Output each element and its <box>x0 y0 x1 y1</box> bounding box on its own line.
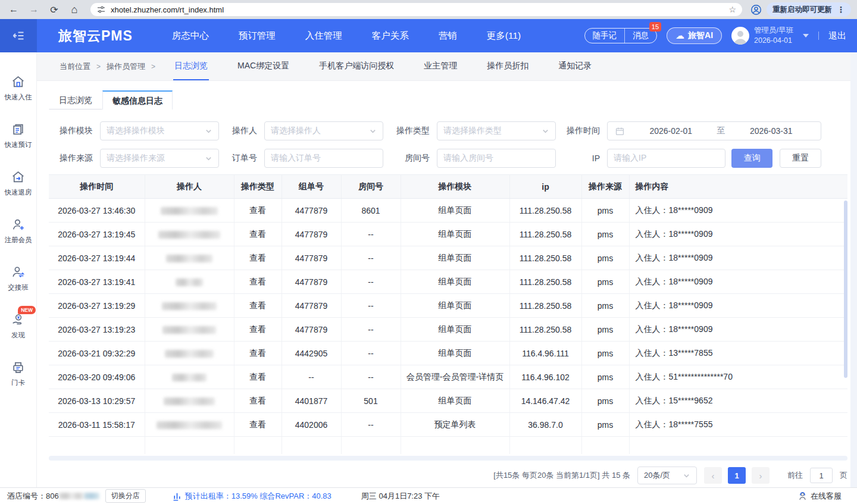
sidebar-item-快速入住[interactable]: 快速入住 <box>0 67 36 109</box>
nav-item-1[interactable]: 预订管理 <box>239 30 276 42</box>
occupancy-stats-link[interactable]: 预计出租率：13.59% 综合RevPAR：40.83 <box>172 491 331 502</box>
table-row[interactable]: 2026-03-21 09:32:29查看4442905--组单页面116.4.… <box>49 342 847 365</box>
chevron-down-icon <box>542 127 549 135</box>
nav-item-5[interactable]: 更多(11) <box>487 30 521 42</box>
cell-ip: 111.28.250.58 <box>509 199 581 223</box>
sidebar-item-label: 发现 <box>11 331 25 340</box>
browser-update-button[interactable]: 重新启动即可更新 ⋮ <box>767 2 851 17</box>
reload-icon[interactable]: ⟳ <box>46 4 62 15</box>
url-text[interactable]: xhotel.zhuzher.com/rt_index.html <box>111 5 724 14</box>
cell-module: 组单页面 <box>401 389 509 413</box>
tab-敏感信息日志[interactable]: 敏感信息日志 <box>102 90 173 109</box>
table-row[interactable]: 2026-03-20 09:49:06查看----会员管理-会员管理-详情页11… <box>49 365 847 389</box>
date-range-input[interactable]: 2026-02-01 至 2026-03-31 <box>607 121 821 140</box>
tab-日志浏览[interactable]: 日志浏览 <box>49 90 102 109</box>
online-support-link[interactable]: 在线客服 <box>797 491 850 502</box>
page-size-select[interactable]: 20条/页 <box>637 467 697 484</box>
sidebar-item-快速退房[interactable]: 快速退房 <box>0 162 36 205</box>
date-end[interactable]: 2026-03-31 <box>729 126 814 136</box>
section-tab-操作员折扣[interactable]: 操作员折扣 <box>486 52 530 80</box>
table-row[interactable]: 2026-03-27 13:19:23查看4477879--组单页面111.28… <box>49 318 847 342</box>
cell-room: 8601 <box>341 199 401 223</box>
cell-op-type: 查看 <box>234 199 282 223</box>
cell-source: pms <box>581 294 629 318</box>
next-page-button[interactable]: › <box>752 467 770 484</box>
prev-page-button[interactable]: ‹ <box>704 467 722 484</box>
new-badge: NEW <box>18 306 36 314</box>
filter-label-order-no: 订单号 <box>226 153 257 164</box>
cell-op-type: 查看 <box>234 246 282 270</box>
site-settings-icon[interactable] <box>96 5 106 14</box>
cell-operator-redacted <box>145 318 234 342</box>
cell-op-type: 查看 <box>234 413 282 437</box>
cell-time: 2026-03-27 13:19:23 <box>49 318 145 342</box>
goto-page-input[interactable] <box>810 468 833 483</box>
source-select[interactable]: 请选择操作来源 <box>100 149 219 168</box>
cell-module: 组单页面 <box>401 318 509 342</box>
avatar <box>731 27 749 45</box>
browser-menu-icon[interactable]: ⋮ <box>837 5 845 14</box>
table-row[interactable]: 2026-03-27 13:19:41查看4477879--组单页面111.28… <box>49 270 847 294</box>
sidebar-item-注册会员[interactable]: 注册会员 <box>0 209 36 252</box>
forward-icon[interactable]: → <box>26 4 42 15</box>
room-no-input[interactable]: 请输入房间号 <box>437 149 556 168</box>
sidebar-item-快速预订[interactable]: 快速预订 <box>0 114 36 157</box>
sidebar-collapse-button[interactable] <box>0 19 37 52</box>
column-header-ip: ip <box>509 175 581 199</box>
browser-toolbar: ← → ⟳ ⌂ xhotel.zhuzher.com/rt_index.html… <box>0 0 857 19</box>
ip-input[interactable]: 请输入IP <box>607 149 725 168</box>
user-menu[interactable]: 管理员/早班 2026-04-01 <box>731 26 809 46</box>
sidebar-item-发现[interactable]: 发现NEW <box>0 305 36 348</box>
address-bar[interactable]: xhotel.zhuzher.com/rt_index.html ☆ <box>90 3 742 16</box>
top-nav: 房态中心预订管理入住管理客户关系营销更多(11) <box>172 30 521 42</box>
table-row[interactable]: 2026-03-11 15:58:17查看4402006--预定单列表36.98… <box>49 413 847 437</box>
table-row[interactable]: 2026-03-13 10:29:57查看4401877501组单页面14.14… <box>49 389 847 413</box>
home-icon[interactable]: ⌂ <box>67 4 82 16</box>
cell-operator-redacted <box>145 246 234 270</box>
table-row[interactable]: 2026-03-27 13:19:44查看4477879--组单页面111.28… <box>49 246 847 270</box>
search-button[interactable]: 查询 <box>731 149 773 168</box>
breadcrumb-section[interactable]: 操作员管理 <box>107 61 145 72</box>
nav-item-2[interactable]: 入住管理 <box>305 30 342 42</box>
reset-button[interactable]: 重置 <box>780 149 821 168</box>
nav-item-0[interactable]: 房态中心 <box>172 30 209 42</box>
table-row[interactable]: 2026-03-27 13:46:30查看44778798601组单页面111.… <box>49 199 847 223</box>
nav-item-3[interactable]: 客户关系 <box>372 30 409 42</box>
cell-room: -- <box>341 413 401 437</box>
date-start[interactable]: 2026-02-01 <box>628 126 714 136</box>
module-select[interactable]: 请选择操作模块 <box>100 121 219 140</box>
cell-content: 入住人：18*****0909 <box>629 223 847 246</box>
message-count-badge: 15 <box>649 22 661 32</box>
ai-assistant-button[interactable]: ☁ 旅智AI <box>667 27 722 44</box>
cell-ip: 14.146.47.42 <box>509 389 581 413</box>
operator-select[interactable]: 请选择操作人 <box>264 121 383 140</box>
switch-branch-button[interactable]: 切换分店 <box>105 489 146 503</box>
back-icon[interactable]: ← <box>6 4 21 15</box>
section-tab-业主管理[interactable]: 业主管理 <box>423 52 458 80</box>
bookmark-star-icon[interactable]: ☆ <box>728 5 736 14</box>
sidebar-item-交接班[interactable]: 交接班 <box>0 257 36 300</box>
cell-room: -- <box>341 223 401 246</box>
messages-button[interactable]: 消息 <box>625 30 656 41</box>
section-tab-MAC绑定设置[interactable]: MAC绑定设置 <box>236 52 290 80</box>
op-type-select[interactable]: 请选择操作类型 <box>437 121 556 140</box>
cell-ip: 111.28.250.58 <box>509 318 581 342</box>
column-header-操作类型: 操作类型 <box>234 175 282 199</box>
cell-op-type: 查看 <box>234 389 282 413</box>
quick-note-button[interactable]: 随手记 <box>585 30 625 41</box>
section-tab-手机客户端访问授权[interactable]: 手机客户端访问授权 <box>318 52 395 80</box>
cell-ip: 36.98.7.0 <box>509 413 581 437</box>
vertical-scrollbar-thumb[interactable] <box>844 201 847 378</box>
table-row[interactable]: 2026-03-27 13:19:29查看4477879--组单页面111.28… <box>49 294 847 318</box>
browser-profile-icon[interactable] <box>750 4 762 15</box>
order-no-input[interactable]: 请输入订单号 <box>264 149 383 168</box>
current-page-button[interactable]: 1 <box>728 467 746 484</box>
logout-button[interactable]: 退出 <box>828 30 846 42</box>
section-tab-日志浏览[interactable]: 日志浏览 <box>173 52 209 80</box>
sidebar-item-门卡[interactable]: 门卡 <box>0 352 36 395</box>
cell-ip: 116.4.96.102 <box>509 365 581 389</box>
nav-item-4[interactable]: 营销 <box>439 30 457 42</box>
table-row[interactable]: 2026-03-27 13:19:45查看4477879--组单页面111.28… <box>49 223 847 246</box>
horizontal-scrollbar-track[interactable] <box>49 456 847 461</box>
section-tab-通知记录[interactable]: 通知记录 <box>557 52 593 80</box>
